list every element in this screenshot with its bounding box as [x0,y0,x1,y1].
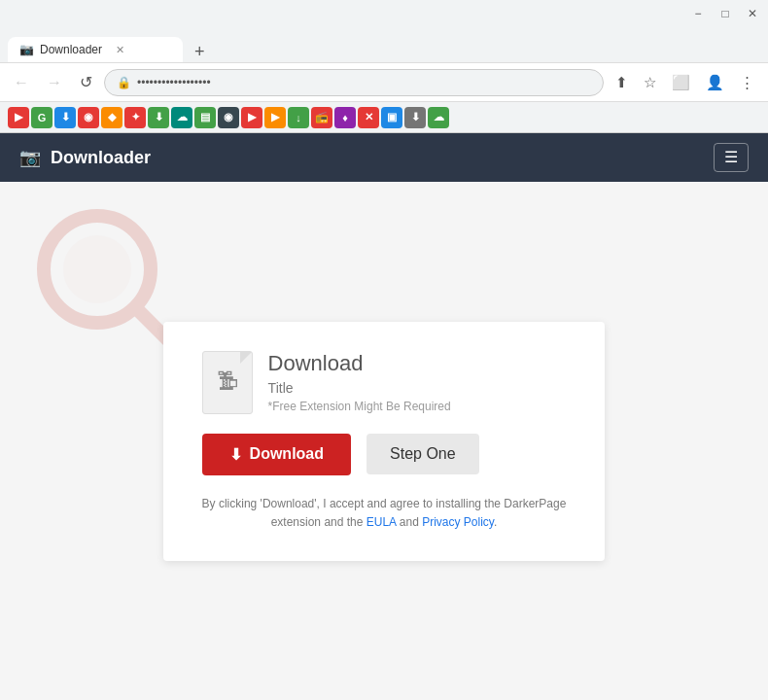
main-area: risk.com 🗜 Download Title *Free Extensio… [0,182,768,700]
tab-favicon: 📷 [19,43,34,56]
close-button[interactable]: ✕ [745,7,760,20]
address-text: •••••••••••••••••• [137,76,211,89]
svg-point-0 [44,216,151,323]
consent-text: By clicking 'Download', I accept and agr… [202,495,567,532]
card-note: *Free Extension Might Be Required [268,400,451,413]
ext-9[interactable]: ▶ [241,107,262,128]
privacy-link[interactable]: Privacy Policy [422,515,494,529]
tab-label: Downloader [40,43,102,56]
brand-icon: 📷 [19,147,41,168]
ext-6[interactable]: ☁ [171,107,192,128]
ext-3[interactable]: ◆ [101,107,122,128]
tab-close-button[interactable]: ✕ [116,44,124,56]
consent-line2: extension and the [271,515,364,529]
ext-13[interactable]: ♦ [334,107,356,128]
zip-icon: 🗜 [217,369,238,395]
ext-14[interactable]: ✕ [358,107,379,128]
card-info: Download Title *Free Extension Might Be … [268,351,451,413]
ext-12[interactable]: 📻 [311,107,332,128]
hamburger-button[interactable]: ☰ [714,143,749,172]
title-bar: − □ ✕ [0,0,768,27]
minimize-button[interactable]: − [690,7,706,20]
download-label: Download [250,445,324,463]
ext-11[interactable]: ↓ [288,107,309,128]
ext-4[interactable]: ✦ [124,107,146,128]
ext-google[interactable]: G [31,107,52,128]
ext-10[interactable]: ▶ [264,107,286,128]
back-button[interactable]: ← [8,70,35,95]
profile-icon[interactable]: 👤 [700,70,730,95]
app-brand: 📷 Downloader [19,147,151,168]
card-actions: ⬇ Download Step One [202,434,567,475]
consent-period: . [494,515,497,529]
maximize-button[interactable]: □ [717,7,733,20]
consent-and: and [400,515,419,529]
ext-16[interactable]: ⬇ [404,107,426,128]
eula-link[interactable]: EULA [367,515,397,529]
reload-button[interactable]: ↺ [74,69,98,95]
brand-label: Downloader [51,148,151,168]
tab-bar: 📷 Downloader ✕ + [0,27,768,62]
svg-point-2 [63,235,131,303]
magnifier-watermark [29,201,185,357]
card-title: Download [268,351,451,376]
consent-line1: By clicking 'Download', I accept and agr… [202,497,567,510]
menu-icon[interactable]: ⋮ [734,70,760,95]
extensions-bar: ▶ G ⬇ ◉ ◆ ✦ ⬇ ☁ ▤ ◉ ▶ ▶ ↓ 📻 ♦ ✕ ▣ ⬇ ☁ [0,101,768,132]
card-header: 🗜 Download Title *Free Extension Might B… [202,351,451,414]
tab-list-icon[interactable]: ⬜ [666,70,696,95]
address-bar[interactable]: 🔒 •••••••••••••••••• [104,69,604,96]
lock-icon: 🔒 [117,76,131,89]
ext-youtube[interactable]: ▶ [8,107,29,128]
ext-2[interactable]: ◉ [78,107,99,128]
forward-button[interactable]: → [41,70,68,95]
share-icon[interactable]: ⬆ [610,70,634,95]
browser-chrome: − □ ✕ 📷 Downloader ✕ + ← → ↺ 🔒 •••••••••… [0,0,768,133]
page-content: 📷 Downloader ☰ risk.com 🗜 Download Title [0,133,768,700]
ext-15[interactable]: ▣ [381,107,402,128]
ext-7[interactable]: ▤ [194,107,216,128]
ext-8[interactable]: ◉ [218,107,239,128]
bookmark-icon[interactable]: ☆ [638,70,662,95]
step-one-button[interactable]: Step One [367,434,479,474]
active-tab[interactable]: 📷 Downloader ✕ [8,37,183,62]
download-card: 🗜 Download Title *Free Extension Might B… [163,322,606,561]
download-button[interactable]: ⬇ Download [202,434,351,475]
download-icon: ⬇ [229,445,242,464]
new-tab-button[interactable]: + [189,42,211,62]
file-icon: 🗜 [202,351,253,414]
ext-17[interactable]: ☁ [428,107,449,128]
app-navbar: 📷 Downloader ☰ [0,133,768,182]
nav-actions: ⬆ ☆ ⬜ 👤 ⋮ [610,70,760,95]
card-subtitle: Title [268,380,451,396]
ext-5[interactable]: ⬇ [148,107,169,128]
ext-1[interactable]: ⬇ [54,107,76,128]
nav-bar: ← → ↺ 🔒 •••••••••••••••••• ⬆ ☆ ⬜ 👤 ⋮ [0,62,768,101]
